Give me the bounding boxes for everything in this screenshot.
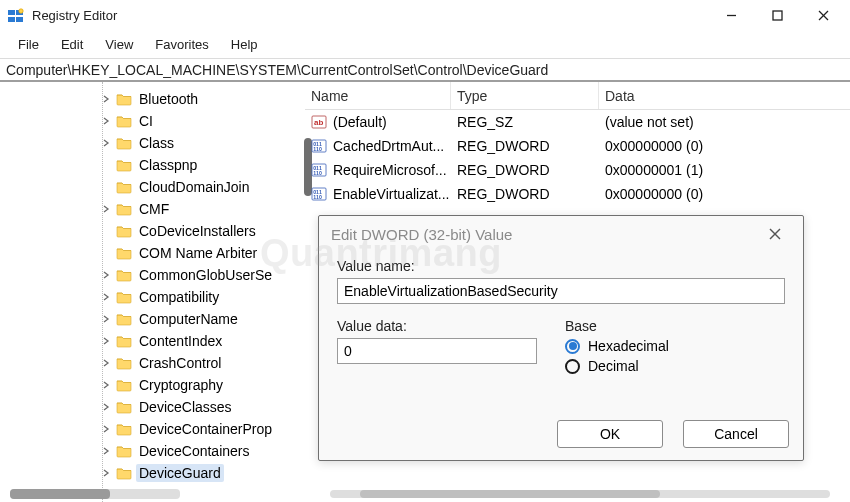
- tree-item-label: ContentIndex: [136, 332, 225, 350]
- maximize-button[interactable]: [754, 0, 800, 32]
- folder-icon: [116, 202, 132, 216]
- tree-item[interactable]: DeviceGuard: [100, 462, 300, 484]
- expand-chevron-icon[interactable]: [100, 204, 112, 214]
- column-type[interactable]: Type: [451, 82, 599, 109]
- expand-chevron-icon[interactable]: [100, 138, 112, 148]
- tree-item[interactable]: Class: [100, 132, 300, 154]
- expand-chevron-icon[interactable]: [100, 116, 112, 126]
- titlebar: Registry Editor: [0, 0, 850, 32]
- expand-chevron-icon[interactable]: [100, 270, 112, 280]
- folder-icon: [116, 356, 132, 370]
- tree-item-label: DeviceGuard: [136, 464, 224, 482]
- tree-item[interactable]: CMF: [100, 198, 300, 220]
- expand-chevron-icon[interactable]: [100, 358, 112, 368]
- tree-horizontal-scrollbar[interactable]: [10, 489, 180, 499]
- folder-icon: [116, 290, 132, 304]
- list-row[interactable]: EnableVirtualizat...REG_DWORD0x00000000 …: [305, 182, 850, 206]
- menu-view[interactable]: View: [95, 35, 143, 54]
- value-name-label: Value name:: [337, 258, 785, 274]
- menubar: File Edit View Favorites Help: [0, 32, 850, 58]
- folder-icon: [116, 268, 132, 282]
- value-name-field[interactable]: [337, 278, 785, 304]
- column-name[interactable]: Name: [305, 82, 451, 109]
- expand-chevron-icon[interactable]: [100, 446, 112, 456]
- string-value-icon: [311, 114, 327, 130]
- key-tree[interactable]: BluetoothCIClassClasspnpCloudDomainJoinC…: [0, 82, 300, 502]
- expand-chevron-icon[interactable]: [100, 402, 112, 412]
- folder-icon: [116, 334, 132, 348]
- expand-chevron-icon[interactable]: [100, 380, 112, 390]
- menu-help[interactable]: Help: [221, 35, 268, 54]
- svg-rect-6: [773, 11, 782, 20]
- expand-chevron-icon[interactable]: [100, 468, 112, 478]
- list-row[interactable]: CachedDrtmAut...REG_DWORD0x00000000 (0): [305, 134, 850, 158]
- value-name: CachedDrtmAut...: [333, 138, 444, 154]
- value-data: 0x00000000 (0): [599, 186, 850, 202]
- tree-item[interactable]: DeviceContainerProp: [100, 418, 300, 440]
- column-data[interactable]: Data: [599, 82, 850, 109]
- list-horizontal-scrollbar[interactable]: [330, 490, 830, 498]
- value-name: RequireMicrosof...: [333, 162, 447, 178]
- address-bar[interactable]: Computer\HKEY_LOCAL_MACHINE\SYSTEM\Curre…: [0, 58, 850, 82]
- regedit-app-icon: [8, 8, 24, 24]
- expand-chevron-icon[interactable]: [100, 336, 112, 346]
- expand-chevron-icon[interactable]: [100, 94, 112, 104]
- folder-icon: [116, 422, 132, 436]
- close-button[interactable]: [800, 0, 846, 32]
- svg-rect-2: [8, 17, 15, 22]
- expand-chevron-icon[interactable]: [100, 424, 112, 434]
- value-data-field[interactable]: [337, 338, 537, 364]
- radio-decimal[interactable]: Decimal: [565, 358, 669, 374]
- tree-item[interactable]: Compatibility: [100, 286, 300, 308]
- radio-dot-icon: [565, 359, 580, 374]
- menu-favorites[interactable]: Favorites: [145, 35, 218, 54]
- svg-point-4: [19, 8, 23, 12]
- tree-item[interactable]: CoDeviceInstallers: [100, 220, 300, 242]
- tree-item[interactable]: Classpnp: [100, 154, 300, 176]
- radio-dot-icon: [565, 339, 580, 354]
- folder-icon: [116, 444, 132, 458]
- list-row[interactable]: (Default)REG_SZ(value not set): [305, 110, 850, 134]
- value-name: EnableVirtualizat...: [333, 186, 449, 202]
- tree-item[interactable]: CloudDomainJoin: [100, 176, 300, 198]
- tree-item[interactable]: DeviceContainers: [100, 440, 300, 462]
- radio-hexadecimal[interactable]: Hexadecimal: [565, 338, 669, 354]
- tree-item-label: CrashControl: [136, 354, 224, 372]
- tree-item[interactable]: Cryptography: [100, 374, 300, 396]
- tree-item[interactable]: ComputerName: [100, 308, 300, 330]
- tree-item[interactable]: CommonGlobUserSe: [100, 264, 300, 286]
- menu-edit[interactable]: Edit: [51, 35, 93, 54]
- menu-file[interactable]: File: [8, 35, 49, 54]
- svg-rect-3: [16, 17, 23, 22]
- tree-item[interactable]: DeviceClasses: [100, 396, 300, 418]
- value-data-label: Value data:: [337, 318, 537, 334]
- list-row[interactable]: RequireMicrosof...REG_DWORD0x00000001 (1…: [305, 158, 850, 182]
- expand-chevron-icon[interactable]: [100, 314, 112, 324]
- tree-item-label: ComputerName: [136, 310, 241, 328]
- dialog-title: Edit DWORD (32-bit) Value: [331, 226, 512, 243]
- tree-item[interactable]: CrashControl: [100, 352, 300, 374]
- folder-icon: [116, 312, 132, 326]
- expand-chevron-icon[interactable]: [100, 292, 112, 302]
- minimize-button[interactable]: [708, 0, 754, 32]
- tree-item-label: CMF: [136, 200, 172, 218]
- folder-icon: [116, 400, 132, 414]
- dword-value-icon: [311, 186, 327, 202]
- cancel-button[interactable]: Cancel: [683, 420, 789, 448]
- value-data: 0x00000000 (0): [599, 138, 850, 154]
- folder-icon: [116, 92, 132, 106]
- tree-item-label: CI: [136, 112, 156, 130]
- tree-item[interactable]: COM Name Arbiter: [100, 242, 300, 264]
- ok-button[interactable]: OK: [557, 420, 663, 448]
- folder-icon: [116, 180, 132, 194]
- tree-item[interactable]: ContentIndex: [100, 330, 300, 352]
- tree-item-label: DeviceContainers: [136, 442, 253, 460]
- tree-item[interactable]: CI: [100, 110, 300, 132]
- radio-dec-label: Decimal: [588, 358, 639, 374]
- dialog-close-button[interactable]: [759, 220, 791, 248]
- dword-value-icon: [311, 162, 327, 178]
- tree-item-label: DeviceContainerProp: [136, 420, 275, 438]
- tree-item[interactable]: Bluetooth: [100, 88, 300, 110]
- tree-item-label: Compatibility: [136, 288, 222, 306]
- folder-icon: [116, 158, 132, 172]
